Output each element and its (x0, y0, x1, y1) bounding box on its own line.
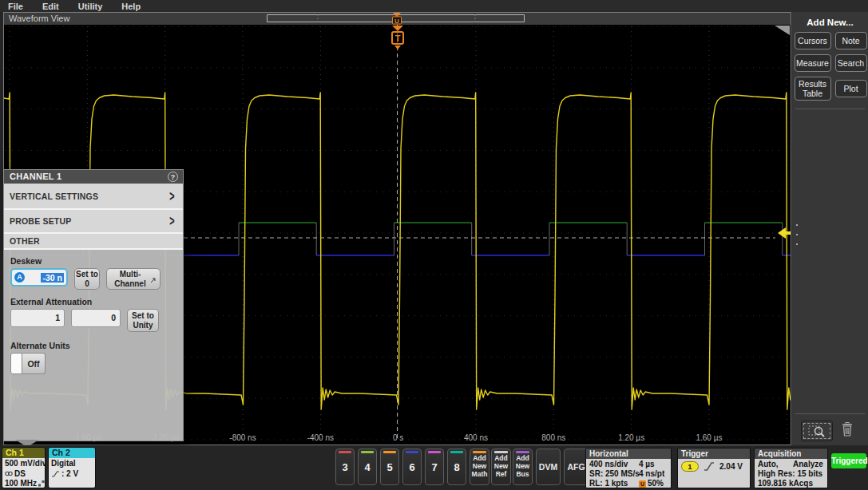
acquisition-panel[interactable]: Acquisition Auto,Analyze High Res: 15 bi… (754, 448, 828, 488)
section-probe-setup[interactable]: PROBE SETUP > (4, 210, 183, 234)
set-to-unity-button[interactable]: Set to Unity (127, 309, 159, 332)
oscilloscope-app: FileEditUtilityHelp Waveform View U -1.6… (0, 0, 868, 490)
trigger-panel[interactable]: Trigger 1 2.04 V (677, 448, 751, 488)
dvm-button[interactable]: DVM (536, 449, 561, 485)
acquisition-preview-bar[interactable]: U (4, 13, 791, 25)
preview-left-bracket[interactable] (268, 15, 273, 22)
add-new-bus-button[interactable]: Add New Bus (513, 449, 533, 485)
menu-item-file[interactable]: File (8, 2, 23, 11)
deskew-input[interactable]: A -30 n (10, 268, 68, 286)
add-new-note-button[interactable]: Note (835, 32, 867, 49)
channel-1-badge[interactable]: Ch 1 500 mV/div DS 100 MHz (2, 447, 46, 488)
ch2-badge-title: Ch 2 (49, 448, 95, 458)
trigger-flag-tail (394, 45, 401, 49)
time-axis-label: 800 ns (541, 433, 565, 442)
ch2-type: Digital (51, 459, 95, 469)
channel-1-dialog: CHANNEL 1 ? VERTICAL SETTINGS > PROBE SE… (3, 169, 184, 441)
acq-mode: Auto, (758, 460, 793, 469)
preview-right-bracket[interactable] (519, 15, 525, 22)
channel-button-6[interactable]: 6 (402, 449, 422, 485)
help-icon[interactable]: ? (168, 172, 178, 182)
chevron-right-icon: > (169, 188, 174, 204)
add-new-label: Add New Bus (516, 454, 529, 478)
add-new-color-stripe (494, 451, 508, 453)
alternate-units-toggle[interactable]: Off (10, 353, 176, 374)
add-new-measure-button[interactable]: Measure (795, 54, 831, 72)
deskew-value: -30 n (41, 273, 64, 283)
bottom-bar: Ch 1 500 mV/div DS 100 MHz (0, 445, 868, 490)
bandwidth-limit-icon (38, 480, 45, 487)
trigger-level: 2.04 V (719, 462, 743, 472)
channel-button-label: 3 (342, 461, 347, 473)
channel-2-badge[interactable]: Ch 2 Digital : 2 V (48, 447, 96, 488)
section-label: OTHER (10, 236, 40, 246)
trigger-position-arrow-icon[interactable] (392, 26, 403, 31)
time-axis-label: 1.60 µs (696, 433, 722, 442)
time-axis-label: -400 ns (307, 433, 334, 442)
section-label: VERTICAL SETTINGS (10, 192, 98, 201)
channel-button-4[interactable]: 4 (358, 449, 377, 485)
horizontal-panel[interactable]: Horizontal 400 ns/div4 µs SR: 250 MS/s4 … (585, 448, 672, 488)
ch2-threshold: : 2 V (61, 469, 78, 480)
channel-color-stripe (339, 451, 351, 453)
channel-button-label: 7 (431, 461, 437, 473)
add-new-results-table-button[interactable]: Results Table (795, 77, 831, 101)
section-other[interactable]: OTHER (4, 234, 183, 250)
add-new-ref-button[interactable]: Add New Ref (491, 449, 511, 485)
set-to-zero-button[interactable]: Set to 0 (74, 268, 100, 290)
channel-color-stripe (383, 451, 396, 453)
channel-button-7[interactable]: 7 (425, 449, 444, 485)
sidebar-button-grid: CursorsNoteMeasureSearchResults TablePlo… (792, 32, 868, 101)
menu-item-utility[interactable]: Utility (78, 2, 103, 11)
sidebar-divider-bottom (795, 413, 865, 414)
probe-icon (5, 470, 13, 477)
add-new-math-button[interactable]: Add New Math (470, 449, 489, 485)
trigger-level-arrow-icon[interactable] (778, 227, 786, 239)
alternate-units-label: Alternate Units (10, 341, 176, 350)
multi-channel-button[interactable]: Multi- Channel (106, 268, 161, 290)
ch1-probe: DS (14, 469, 26, 480)
deskew-label: Deskew (10, 256, 176, 266)
ch1-scale: 500 mV/div (5, 459, 45, 469)
channel-button-8[interactable]: 8 (447, 449, 466, 485)
add-new-cursors-button[interactable]: Cursors (795, 32, 831, 49)
dialog-header[interactable]: CHANNEL 1 ? (4, 170, 183, 184)
position-percent: 50% (648, 479, 664, 488)
record-length: RL: 1 kpts (589, 479, 639, 488)
sample-rate: SR: 250 MS/s (589, 469, 639, 479)
section-vertical-settings[interactable]: VERTICAL SETTINGS > (4, 184, 183, 210)
channel-button-5[interactable]: 5 (380, 449, 399, 485)
add-new-button-row: Add New MathAdd New RefAdd New Bus (470, 449, 533, 485)
trigger-level-arrow-stub (786, 231, 791, 235)
multi-channel-label: Multi- Channel (107, 270, 153, 288)
sidebar-tools (792, 419, 868, 443)
add-new-color-stripe (516, 451, 529, 453)
add-new-label: Add New Ref (494, 454, 508, 478)
triggered-status-badge[interactable]: Triggered (831, 453, 866, 468)
acq-analyze: Analyze (793, 460, 823, 469)
menu-item-help[interactable]: Help (121, 2, 141, 11)
external-attenuation-label: External Attenuation (10, 297, 176, 306)
toggle-knob (10, 353, 22, 374)
add-new-search-button[interactable]: Search (835, 54, 867, 72)
trigger-position-flag[interactable]: T (391, 31, 404, 45)
add-new-plot-button[interactable]: Plot (835, 80, 867, 97)
channel-button-label: 6 (409, 461, 414, 473)
trigger-title: Trigger (678, 449, 750, 459)
trash-button[interactable] (840, 421, 854, 441)
attenuation-input-2[interactable]: 0 (71, 309, 121, 327)
right-sidebar: Add New... CursorsNoteMeasureSearchResul… (792, 12, 868, 445)
attenuation-input-1[interactable]: 1 (10, 309, 65, 327)
dialog-title: CHANNEL 1 (10, 172, 61, 181)
zoom-mode-button[interactable] (801, 421, 833, 441)
channel-color-stripe (428, 451, 441, 453)
chevron-right-icon: > (169, 213, 174, 230)
trash-icon (840, 421, 854, 437)
ch1-bandwidth: 100 MHz (5, 479, 37, 488)
threshold-slope-icon (51, 470, 60, 478)
panel-resize-handle[interactable] (795, 224, 799, 245)
panel-corner-handle[interactable] (775, 26, 790, 35)
channel-button-row: 345678 (335, 449, 466, 485)
channel-button-3[interactable]: 3 (335, 449, 355, 485)
menu-item-edit[interactable]: Edit (42, 2, 59, 11)
